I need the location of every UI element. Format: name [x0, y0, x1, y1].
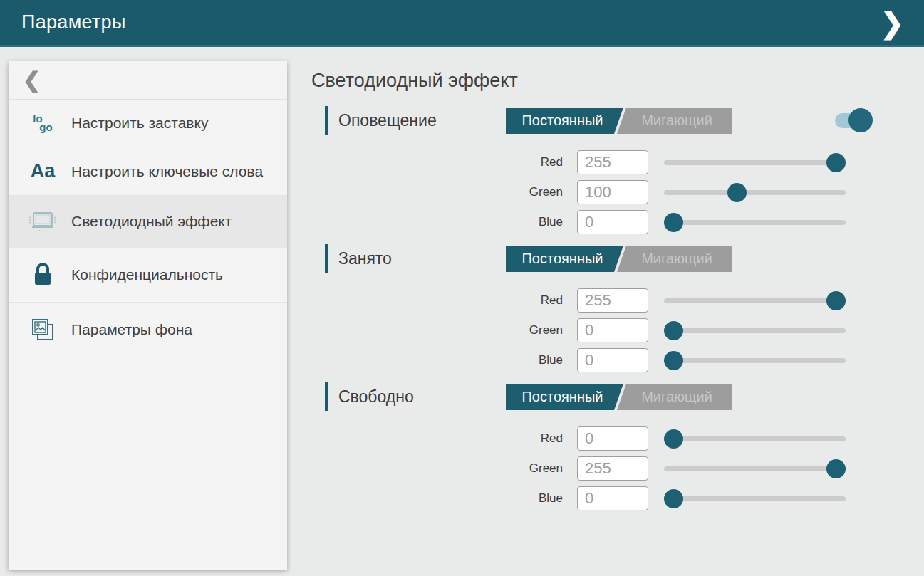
notification-toggle[interactable]: [835, 108, 873, 132]
sidebar-item-label: Светодиодный эффект: [71, 212, 232, 231]
toggle-thumb[interactable]: [848, 108, 873, 132]
sidebar-item-privacy[interactable]: Конфиденциальность: [9, 248, 287, 303]
slider-track: [664, 358, 846, 363]
main-content: Светодиодный эффект Оповещение Постоянны…: [311, 61, 924, 520]
slider-thumb[interactable]: [664, 321, 683, 340]
app-header: Параметры ❯: [0, 0, 924, 47]
slider-thumb[interactable]: [826, 459, 846, 478]
sidebar-item-label: Конфиденциальность: [71, 266, 223, 284]
mode-segmented-control: Постоянный Мигающий: [506, 384, 732, 410]
logo-icon: logo: [27, 115, 58, 132]
section-busy: Занято Постоянный Мигающий Red Green Blu…: [311, 244, 924, 372]
privacy-lock-icon: [27, 262, 58, 288]
slider-thumb[interactable]: [664, 351, 683, 370]
led-display-icon: [27, 210, 58, 233]
blue-slider[interactable]: [664, 348, 846, 372]
mode-blinking-button[interactable]: Мигающий: [617, 108, 732, 134]
main-title: Светодиодный эффект: [311, 70, 924, 92]
section-free: Свободно Постоянный Мигающий Red Green B…: [311, 382, 924, 510]
mode-segmented-control: Постоянный Мигающий: [506, 108, 732, 134]
red-row: Red: [311, 288, 924, 313]
chevron-right-icon[interactable]: ❯: [876, 9, 908, 37]
sidebar-item-led-effect[interactable]: Светодиодный эффект: [9, 196, 287, 248]
red-input[interactable]: [577, 288, 648, 313]
red-label: Red: [311, 431, 563, 446]
green-slider[interactable]: [664, 456, 846, 481]
red-label: Red: [311, 155, 563, 169]
sidebar-item-label: Настроить ключевые слова: [71, 162, 263, 181]
section-notification: Оповещение Постоянный Мигающий Red Green: [311, 106, 924, 234]
section-title: Занято: [338, 249, 392, 268]
chevron-left-icon[interactable]: ❮: [23, 70, 41, 91]
green-label: Green: [311, 185, 563, 199]
blue-row: Blue: [311, 486, 924, 510]
blue-label: Blue: [311, 215, 563, 229]
page-title: Параметры: [21, 11, 126, 33]
blue-label: Blue: [311, 491, 563, 506]
slider-thumb[interactable]: [664, 429, 683, 449]
mode-blinking-button[interactable]: Мигающий: [617, 246, 732, 272]
blue-row: Blue: [311, 348, 924, 372]
sidebar-item-keywords[interactable]: Aa Настроить ключевые слова: [9, 147, 287, 196]
green-row: Green: [311, 456, 924, 481]
blue-input[interactable]: [577, 348, 648, 372]
sidebar-item-screensaver[interactable]: logo Настроить заставку: [9, 100, 287, 147]
slider-thumb[interactable]: [664, 489, 683, 508]
blue-input[interactable]: [577, 486, 648, 510]
green-slider[interactable]: [664, 318, 846, 342]
slider-track: [664, 496, 846, 501]
section-accent-bar: [325, 106, 328, 135]
blue-label: Blue: [311, 353, 563, 367]
mode-constant-button[interactable]: Постоянный: [506, 108, 623, 134]
slider-track: [664, 190, 846, 195]
green-slider[interactable]: [664, 180, 846, 204]
green-label: Green: [311, 461, 563, 476]
sidebar-item-label: Параметры фона: [71, 320, 192, 339]
green-input[interactable]: [577, 318, 648, 342]
background-image-icon: [27, 317, 58, 342]
slider-track: [664, 220, 846, 225]
red-row: Red: [311, 150, 924, 174]
slider-track: [664, 436, 846, 441]
blue-input[interactable]: [577, 210, 648, 234]
sidebar-item-label: Настроить заставку: [71, 114, 208, 132]
section-title: Свободно: [338, 387, 414, 407]
slider-track: [664, 298, 846, 303]
slider-thumb[interactable]: [826, 153, 846, 172]
mode-blinking-button[interactable]: Мигающий: [617, 384, 732, 410]
slider-track: [664, 466, 846, 471]
green-input[interactable]: [577, 180, 648, 204]
red-input[interactable]: [577, 426, 648, 451]
slider-thumb[interactable]: [727, 183, 747, 202]
slider-thumb[interactable]: [664, 213, 683, 232]
mode-constant-button[interactable]: Постоянный: [506, 384, 623, 410]
settings-sidebar: ❮ logo Настроить заставку Aa Настроить к…: [9, 61, 287, 570]
section-accent-bar: [325, 382, 328, 411]
slider-track: [664, 328, 846, 333]
red-row: Red: [311, 426, 924, 451]
red-label: Red: [311, 293, 563, 308]
keywords-aa-icon: Aa: [27, 162, 58, 181]
mode-constant-button[interactable]: Постоянный: [506, 246, 623, 272]
green-input[interactable]: [577, 456, 648, 481]
blue-row: Blue: [311, 210, 924, 234]
red-slider[interactable]: [664, 150, 846, 174]
slider-thumb[interactable]: [826, 291, 846, 310]
sidebar-item-background[interactable]: Параметры фона: [9, 303, 287, 357]
red-input[interactable]: [577, 150, 648, 174]
green-row: Green: [311, 318, 924, 342]
blue-slider[interactable]: [664, 210, 846, 234]
red-slider[interactable]: [664, 426, 846, 451]
green-label: Green: [311, 323, 563, 337]
section-accent-bar: [325, 244, 328, 273]
sidebar-back-row[interactable]: ❮: [9, 61, 287, 100]
blue-slider[interactable]: [664, 486, 846, 510]
slider-track: [664, 160, 846, 165]
green-row: Green: [311, 180, 924, 204]
section-title: Оповещение: [338, 111, 437, 130]
mode-segmented-control: Постоянный Мигающий: [506, 246, 732, 272]
red-slider[interactable]: [664, 288, 846, 313]
